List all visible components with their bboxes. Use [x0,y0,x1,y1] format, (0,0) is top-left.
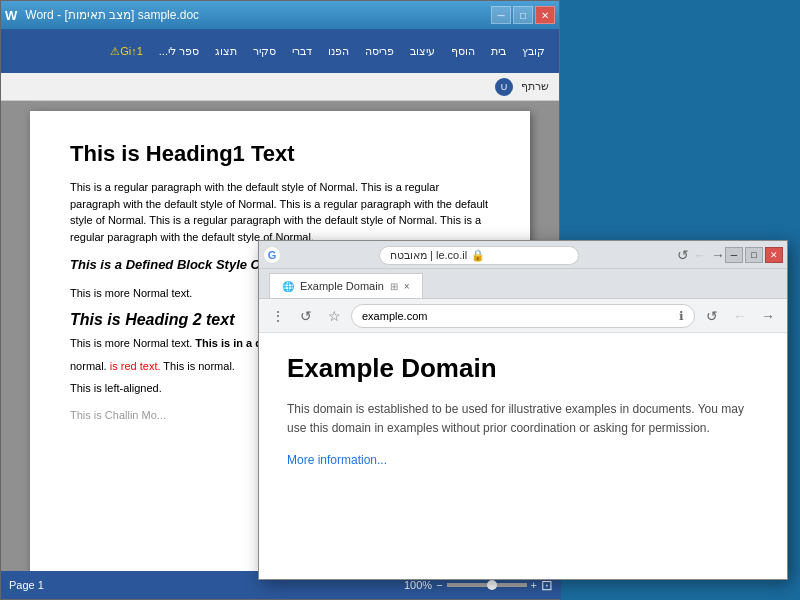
ribbon-tab-gi[interactable]: Gi↑1⚠ [104,41,149,62]
ribbon-tab-references[interactable]: הפנו [322,41,355,62]
browser-refresh-button[interactable]: ↺ [701,305,723,327]
ribbon-tab-file[interactable]: קובץ [516,41,551,62]
ribbon-tab-mailings[interactable]: דברי [286,41,318,62]
toolbar2-share[interactable]: שרתף [517,78,553,95]
browser-menu-button[interactable]: ⋮ [267,305,289,327]
word-title: Word - [מצב תאימות] sample.doc [25,8,199,22]
word-titlebar: W Word - [מצב תאימות] sample.doc ─ □ ✕ [1,1,559,29]
browser-content-para: This domain is established to be used fo… [287,400,759,438]
browser-bookmark-button[interactable]: ☆ [323,305,345,327]
browser-forward-button[interactable]: → [757,305,779,327]
browser-navbar: ⋮ ↺ ☆ example.com ℹ ↺ ← → [259,299,787,333]
browser-tab-label: Example Domain [300,280,384,292]
browser-tab-close-icon: ⊞ [390,281,398,292]
browser-win-controls: ─ □ ✕ [725,247,783,263]
word-app-icon: W [5,8,17,23]
browser-tabs: 🌐 Example Domain ⊞ × [259,269,787,299]
browser-content-heading: Example Domain [287,353,759,384]
ribbon-tab-insert[interactable]: הוסף [445,41,481,62]
browser-url-top: מאובטח | le.co.il [390,249,467,262]
browser-back-button[interactable]: ← [729,305,751,327]
word-red-text: is red text. [110,360,161,372]
word-maximize-button[interactable]: □ [513,6,533,24]
google-icon: G [263,246,281,264]
browser-close-button[interactable]: ✕ [765,247,783,263]
tab-favicon: 🌐 [282,281,294,292]
browser-maximize-button[interactable]: □ [745,247,763,263]
ribbon-tab-view[interactable]: תצוג [209,41,243,62]
ribbon-tab-design[interactable]: עיצוב [404,41,441,62]
word-zoom-thumb [487,580,497,590]
word-toolbar2: שרתף U [1,73,559,101]
browser-window: G מאובטח | le.co.il 🔒 ↺ ← → ─ □ ✕ 🌐 Exam… [258,240,788,580]
browser-tab-close-button[interactable]: × [404,281,410,292]
ribbon-tab-home[interactable]: בית [485,41,512,62]
browser-reload-top[interactable]: ↺ [677,247,689,263]
browser-address-bar-top[interactable]: מאובטח | le.co.il 🔒 [379,246,579,265]
word-normal-suffix: This is normal. [163,360,235,372]
word-mixed-text1: This is more Normal text. [70,337,192,349]
ribbon-tab-layout[interactable]: פריסה [359,41,400,62]
browser-reload-button[interactable]: ↺ [295,305,317,327]
word-zoom-slider[interactable] [447,583,527,587]
browser-minimize-button[interactable]: ─ [725,247,743,263]
browser-tab-example[interactable]: 🌐 Example Domain ⊞ × [269,273,423,298]
toolbar2-avatar: U [495,78,513,96]
browser-url-text: example.com [362,310,427,322]
word-close-button[interactable]: ✕ [535,6,555,24]
word-win-controls: ─ □ ✕ [491,6,555,24]
word-heading1: This is Heading1 Text [70,141,490,167]
browser-titlebar: G מאובטח | le.co.il 🔒 ↺ ← → ─ □ ✕ [259,241,787,269]
browser-forward-top[interactable]: → [711,247,725,263]
info-icon: ℹ [679,309,684,323]
word-para1: This is a regular paragraph with the def… [70,179,490,245]
ribbon-tab-review[interactable]: סקיר [247,41,282,62]
browser-more-info-link[interactable]: More information... [287,453,387,467]
word-minimize-button[interactable]: ─ [491,6,511,24]
browser-url-bar[interactable]: example.com ℹ [351,304,695,328]
lock-icon-top: 🔒 [471,249,485,262]
word-page-info: Page 1 [9,579,44,591]
browser-back-top[interactable]: ← [693,247,707,263]
browser-content: Example Domain This domain is establishe… [259,333,787,581]
word-ribbon: קובץ בית הוסף עיצוב פריסה הפנו דברי סקיר… [1,29,559,73]
ribbon-tab-tellme[interactable]: ספר לי... [153,41,205,62]
